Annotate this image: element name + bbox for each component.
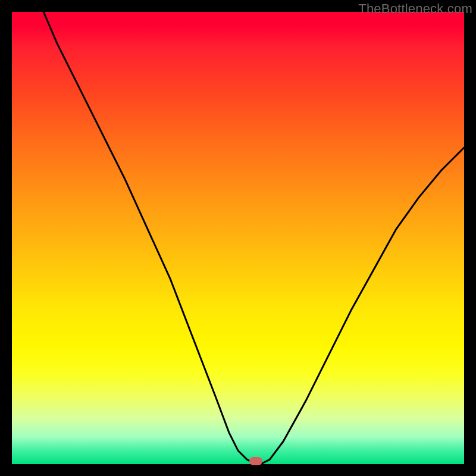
optimum-marker [249, 457, 262, 465]
curve-svg [12, 12, 464, 464]
chart-container: TheBottleneck.com [0, 0, 476, 476]
plot-area [12, 12, 464, 464]
watermark-label: TheBottleneck.com [358, 1, 472, 17]
bottleneck-curve [43, 12, 464, 464]
